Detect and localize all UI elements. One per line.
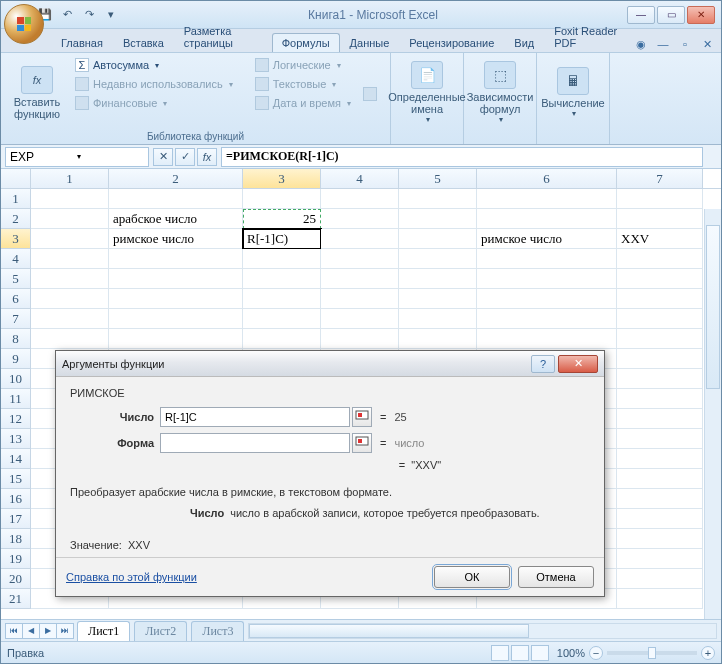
cell[interactable]: [31, 209, 109, 229]
recent-button[interactable]: Недавно использовались: [71, 76, 237, 92]
cell[interactable]: [31, 189, 109, 209]
cell[interactable]: [477, 289, 617, 309]
cell[interactable]: [109, 249, 243, 269]
autosum-button[interactable]: ΣАвтосумма: [71, 57, 237, 73]
row-header[interactable]: 8: [1, 329, 31, 349]
tab-foxit[interactable]: Foxit Reader PDF: [544, 21, 633, 52]
row-header[interactable]: 1: [1, 189, 31, 209]
cell[interactable]: [243, 309, 321, 329]
zoom-in-button[interactable]: +: [701, 646, 715, 660]
cell[interactable]: [399, 269, 477, 289]
cell[interactable]: [617, 529, 703, 549]
cell[interactable]: [31, 309, 109, 329]
tab-view[interactable]: Вид: [504, 33, 544, 52]
cell[interactable]: [617, 589, 703, 609]
cell[interactable]: [477, 209, 617, 229]
cell[interactable]: [399, 289, 477, 309]
col-header[interactable]: 3: [243, 169, 321, 188]
cell[interactable]: [321, 329, 399, 349]
cell[interactable]: [399, 309, 477, 329]
row-header[interactable]: 18: [1, 529, 31, 549]
row-header[interactable]: 13: [1, 429, 31, 449]
zoom-out-button[interactable]: −: [589, 646, 603, 660]
cell[interactable]: [321, 269, 399, 289]
select-all-corner[interactable]: [1, 169, 31, 188]
sheet-tab-3[interactable]: Лист3: [191, 621, 244, 641]
logical-button[interactable]: Логические: [251, 57, 355, 73]
tab-insert[interactable]: Вставка: [113, 33, 174, 52]
col-header[interactable]: 4: [321, 169, 399, 188]
cell[interactable]: [109, 269, 243, 289]
row-header[interactable]: 11: [1, 389, 31, 409]
cell[interactable]: [399, 209, 477, 229]
cell[interactable]: [617, 349, 703, 369]
cell[interactable]: [399, 329, 477, 349]
cell[interactable]: римское число: [109, 229, 243, 249]
arg1-collapse-button[interactable]: [352, 407, 372, 427]
cell[interactable]: [109, 309, 243, 329]
vertical-scrollbar[interactable]: [704, 209, 721, 619]
row-header[interactable]: 10: [1, 369, 31, 389]
arg2-input[interactable]: [160, 433, 350, 453]
row-header[interactable]: 9: [1, 349, 31, 369]
dialog-close-button[interactable]: ✕: [558, 355, 598, 373]
function-help-link[interactable]: Справка по этой функции: [66, 571, 197, 583]
row-header[interactable]: 15: [1, 469, 31, 489]
name-box[interactable]: EXP▾: [5, 147, 149, 167]
cell[interactable]: [617, 429, 703, 449]
cell[interactable]: [617, 189, 703, 209]
cell[interactable]: [109, 329, 243, 349]
cell[interactable]: [321, 309, 399, 329]
cell[interactable]: [399, 189, 477, 209]
insert-function-button[interactable]: fx Вставить функцию: [7, 55, 67, 130]
cell[interactable]: [31, 329, 109, 349]
cell[interactable]: [321, 249, 399, 269]
cell[interactable]: [31, 289, 109, 309]
row-header[interactable]: 16: [1, 489, 31, 509]
fx-button[interactable]: fx: [197, 148, 217, 166]
sheet-nav-next[interactable]: ▶: [39, 623, 57, 639]
cell[interactable]: [617, 449, 703, 469]
formula-deps-button[interactable]: ⬚Зависимости формул: [470, 55, 530, 130]
qat-dropdown-icon[interactable]: ▾: [103, 7, 119, 23]
redo-icon[interactable]: ↷: [81, 7, 97, 23]
zoom-knob[interactable]: [648, 647, 656, 659]
tab-formulas[interactable]: Формулы: [272, 33, 340, 52]
cell[interactable]: [617, 369, 703, 389]
cell[interactable]: [617, 209, 703, 229]
cell[interactable]: [477, 329, 617, 349]
row-header[interactable]: 4: [1, 249, 31, 269]
cell[interactable]: [243, 289, 321, 309]
sheet-nav-prev[interactable]: ◀: [22, 623, 40, 639]
arg2-collapse-button[interactable]: [352, 433, 372, 453]
financial-button[interactable]: Финансовые: [71, 95, 237, 111]
sheet-tab-1[interactable]: Лист1: [77, 621, 130, 641]
tab-home[interactable]: Главная: [51, 33, 113, 52]
horizontal-scrollbar[interactable]: [248, 623, 717, 639]
maximize-button[interactable]: ▭: [657, 6, 685, 24]
cell[interactable]: [31, 249, 109, 269]
cell[interactable]: [477, 269, 617, 289]
cell[interactable]: [477, 189, 617, 209]
cell[interactable]: [617, 289, 703, 309]
col-header[interactable]: 1: [31, 169, 109, 188]
close-button[interactable]: ✕: [687, 6, 715, 24]
row-header[interactable]: 7: [1, 309, 31, 329]
tab-data[interactable]: Данные: [340, 33, 400, 52]
cell[interactable]: [109, 289, 243, 309]
cell[interactable]: [109, 189, 243, 209]
doc-close-icon[interactable]: ✕: [699, 36, 715, 52]
cell[interactable]: XXV: [617, 229, 703, 249]
row-header[interactable]: 19: [1, 549, 31, 569]
cell[interactable]: [243, 329, 321, 349]
cell[interactable]: [617, 469, 703, 489]
cell[interactable]: [243, 269, 321, 289]
col-header[interactable]: 2: [109, 169, 243, 188]
chevron-down-icon[interactable]: ▾: [77, 152, 144, 161]
cell[interactable]: 25: [243, 209, 321, 229]
arg1-input[interactable]: [160, 407, 350, 427]
row-header[interactable]: 6: [1, 289, 31, 309]
cell[interactable]: R[-1]C): [243, 229, 321, 249]
row-header[interactable]: 5: [1, 269, 31, 289]
cancel-formula-button[interactable]: ✕: [153, 148, 173, 166]
